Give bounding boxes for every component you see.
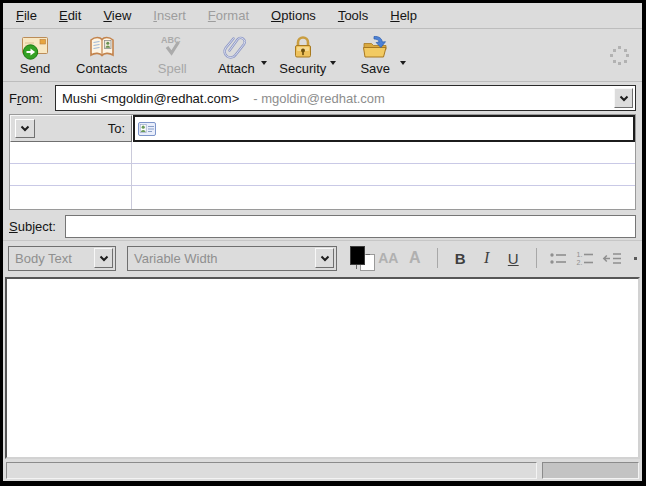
- attach-button[interactable]: Attach: [208, 31, 264, 80]
- menu-options[interactable]: Options: [260, 5, 327, 26]
- chevron-down-icon: [619, 95, 629, 102]
- outdent-button[interactable]: [602, 245, 623, 271]
- menu-format: Format: [197, 5, 260, 26]
- menu-bar: File Edit View Insert Format Options Too…: [3, 3, 642, 29]
- decrease-font-glyph: AA: [378, 250, 398, 266]
- chevron-down-icon: [320, 255, 330, 262]
- outdent-icon: [602, 251, 622, 266]
- message-body-editor[interactable]: [5, 277, 640, 459]
- font-family-value: Variable Width: [128, 251, 315, 266]
- column-divider: [131, 142, 132, 209]
- contacts-button[interactable]: Contacts: [69, 31, 134, 80]
- compose-mail-window: File Edit View Insert Format Options Too…: [0, 0, 646, 486]
- save-button-label: Save: [360, 61, 390, 76]
- color-tick: [366, 254, 370, 255]
- status-bar: [3, 459, 642, 481]
- save-folder-icon: [361, 33, 389, 61]
- spell-button-label: Spell: [158, 61, 187, 76]
- numbered-list-icon: 1. 2.: [576, 250, 595, 266]
- menu-file[interactable]: File: [5, 5, 48, 26]
- paragraph-style-value: Body Text: [9, 251, 94, 266]
- chevron-down-icon: [99, 255, 109, 262]
- decrease-font-size-icon: AA: [378, 245, 399, 271]
- address-book-icon: [88, 33, 116, 61]
- bold-button[interactable]: B: [450, 245, 471, 271]
- attach-button-label: Attach: [218, 61, 255, 76]
- save-dropdown-button[interactable]: [400, 31, 411, 80]
- increase-font-size-icon: A: [405, 245, 426, 271]
- empty-recipient-row[interactable]: [10, 186, 635, 208]
- recipient-empty-rows: [10, 142, 635, 209]
- recipient-type-button[interactable]: To:: [10, 115, 132, 142]
- underline-button[interactable]: U: [503, 245, 524, 271]
- empty-recipient-row[interactable]: [10, 164, 635, 186]
- from-combo-dropdown-button[interactable]: [614, 88, 633, 108]
- menu-help[interactable]: Help: [379, 5, 428, 26]
- menu-insert: Insert: [142, 5, 197, 26]
- foreground-color-swatch[interactable]: [350, 246, 365, 265]
- svg-text:1.: 1.: [576, 251, 582, 258]
- send-button[interactable]: Send: [7, 31, 63, 80]
- contacts-button-label: Contacts: [76, 61, 127, 76]
- spell-button: ABC Spell: [144, 31, 200, 80]
- save-button[interactable]: Save: [347, 31, 403, 80]
- menu-view[interactable]: View: [92, 5, 142, 26]
- subject-input[interactable]: [65, 215, 636, 238]
- toolbar-overflow-indicator: [634, 257, 637, 260]
- activity-throbber-icon: [609, 45, 631, 67]
- security-dropdown-button[interactable]: [330, 31, 341, 80]
- chevron-down-icon: [261, 61, 267, 65]
- svg-text:2.: 2.: [576, 259, 582, 266]
- font-family-dropdown-button[interactable]: [315, 248, 334, 268]
- recipient-address-input[interactable]: [133, 115, 635, 142]
- padlock-icon: [290, 33, 316, 61]
- font-family-combobox[interactable]: Variable Width: [127, 246, 337, 271]
- italic-button[interactable]: I: [477, 245, 498, 271]
- text-color-picker[interactable]: [349, 245, 375, 272]
- format-toolbar: Body Text Variable Width AA: [3, 240, 642, 275]
- send-button-label: Send: [20, 61, 50, 76]
- spell-check-icon: ABC: [158, 33, 186, 61]
- attach-dropdown-button[interactable]: [261, 31, 272, 80]
- paperclip-icon: [222, 33, 250, 61]
- menu-tools[interactable]: Tools: [327, 5, 379, 26]
- security-button-label: Security: [279, 61, 326, 76]
- recipient-type-label: To:: [108, 121, 127, 136]
- bullet-list-icon: [549, 251, 568, 266]
- addressing-area: To:: [9, 114, 636, 210]
- chevron-down-icon: [20, 125, 30, 132]
- send-mail-icon: [20, 33, 50, 61]
- security-button[interactable]: Security: [272, 31, 333, 80]
- increase-font-glyph: A: [409, 249, 421, 267]
- status-message-area: [6, 462, 537, 479]
- numbered-list-button[interactable]: 1. 2.: [575, 245, 596, 271]
- toolbar-separator: [536, 248, 537, 268]
- chevron-down-icon: [330, 61, 336, 65]
- subject-row: Subject:: [3, 212, 642, 240]
- color-tick: [356, 265, 357, 269]
- toolbar-separator: [437, 248, 438, 268]
- recipient-row: To:: [10, 115, 635, 142]
- from-label: From:: [9, 91, 55, 106]
- main-toolbar: Send Contacts ABC: [3, 29, 642, 82]
- menu-edit[interactable]: Edit: [48, 5, 92, 26]
- recipient-type-dropdown-button[interactable]: [15, 119, 35, 138]
- progress-meter: [542, 462, 639, 479]
- chevron-down-icon: [400, 61, 406, 65]
- from-identity-value: Mushi <mgoldin@redhat.com>: [56, 91, 239, 106]
- subject-label: Subject:: [9, 219, 65, 234]
- contact-card-icon: [138, 122, 156, 136]
- paragraph-style-dropdown-button[interactable]: [94, 248, 113, 268]
- empty-recipient-row[interactable]: [10, 142, 635, 164]
- from-account-hint: - mgoldin@redhat.com: [239, 91, 385, 106]
- bullet-list-button[interactable]: [549, 245, 570, 271]
- from-identity-combobox[interactable]: Mushi <mgoldin@redhat.com> - mgoldin@red…: [55, 85, 636, 111]
- from-row: From: Mushi <mgoldin@redhat.com> - mgold…: [3, 82, 642, 114]
- paragraph-style-combobox[interactable]: Body Text: [8, 246, 116, 271]
